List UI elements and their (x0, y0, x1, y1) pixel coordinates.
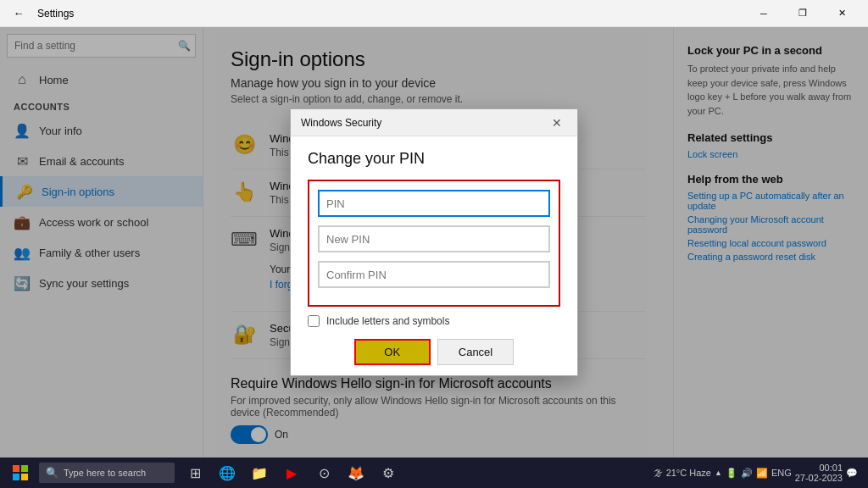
taskbar-app-chrome[interactable]: ⊙ (309, 458, 339, 488)
tray-battery[interactable]: 🔋 (726, 468, 737, 479)
close-button[interactable]: ✕ (822, 0, 861, 27)
svg-rect-0 (13, 465, 19, 472)
clock-time: 00:01 (795, 463, 843, 473)
ok-button[interactable]: OK (354, 339, 431, 365)
taskbar-app-firefox[interactable]: 🦊 (341, 458, 371, 488)
dialog-overlay: Windows Security ✕ Change your PIN Inclu… (0, 27, 868, 458)
taskbar-app-edge[interactable]: 🌐 (212, 458, 242, 488)
taskbar-app-explorer[interactable]: 📁 (244, 458, 275, 488)
start-button[interactable] (3, 458, 37, 488)
checkbox-row: Include letters and symbols (308, 315, 560, 327)
dialog-title: Windows Security (301, 117, 381, 129)
tray-notifications[interactable]: 💬 (846, 468, 858, 479)
pin-fields-container (308, 180, 560, 307)
svg-rect-1 (21, 465, 28, 472)
dialog-titlebar: Windows Security ✕ (291, 109, 577, 136)
checkbox-label[interactable]: Include letters and symbols (326, 315, 449, 327)
settings-icon: ⚙ (382, 465, 394, 481)
notification-icon: 💬 (846, 468, 858, 479)
confirm-pin-field-wrapper (318, 261, 550, 288)
include-letters-checkbox[interactable] (308, 315, 320, 327)
tray-network[interactable]: 📶 (756, 468, 768, 479)
taskbar-app-settings[interactable]: ⚙ (373, 458, 403, 488)
taskbar-weather[interactable]: 🌫 21°C Haze (654, 468, 711, 478)
pin-field-wrapper (318, 190, 550, 217)
tray-icons[interactable]: ▲ (715, 469, 722, 477)
taskbar-app-youtube[interactable]: ▶ (276, 458, 307, 488)
weather-text: 21°C Haze (666, 468, 711, 478)
tray-expand-icon: ▲ (715, 469, 722, 477)
windows-security-dialog: Windows Security ✕ Change your PIN Inclu… (290, 108, 578, 376)
youtube-icon: ▶ (287, 465, 297, 481)
restore-button[interactable]: ❐ (783, 0, 822, 27)
volume-icon: 🔊 (741, 468, 753, 479)
network-icon: 📶 (756, 468, 768, 479)
taskbar-search[interactable]: 🔍 Type here to search (39, 463, 175, 483)
clock-date: 27-02-2023 (795, 473, 843, 483)
taskview-icon: ⊞ (190, 465, 201, 481)
titlebar: ← Settings ─ ❐ ✕ (0, 0, 868, 27)
dialog-heading: Change your PIN (308, 150, 560, 168)
firefox-icon: 🦊 (348, 465, 364, 481)
titlebar-title: Settings (37, 8, 74, 19)
taskbar-app-taskview[interactable]: ⊞ (180, 458, 210, 488)
pin-input[interactable] (318, 190, 550, 217)
taskbar: 🔍 Type here to search ⊞ 🌐 📁 ▶ ⊙ 🦊 ⚙ 🌫 21… (0, 458, 868, 488)
tray-volume[interactable]: 🔊 (741, 468, 753, 479)
dialog-body: Change your PIN Include letters and symb… (291, 136, 577, 375)
new-pin-input[interactable] (318, 225, 550, 252)
edge-icon: 🌐 (219, 465, 236, 481)
svg-rect-3 (21, 474, 28, 480)
taskbar-tray: 🌫 21°C Haze ▲ 🔋 🔊 📶 ENG 00:01 27-02-2023… (647, 463, 865, 483)
taskbar-apps: ⊞ 🌐 📁 ▶ ⊙ 🦊 ⚙ (176, 458, 645, 488)
minimize-button[interactable]: ─ (744, 0, 783, 27)
confirm-pin-input[interactable] (318, 261, 550, 288)
window-controls: ─ ❐ ✕ (744, 0, 861, 27)
svg-rect-2 (13, 474, 19, 480)
language-label: ENG (771, 468, 792, 478)
weather-icon: 🌫 (654, 468, 663, 478)
chrome-icon: ⊙ (319, 465, 330, 481)
explorer-icon: 📁 (251, 465, 268, 481)
cancel-button[interactable]: Cancel (437, 339, 514, 365)
new-pin-field-wrapper (318, 225, 550, 252)
taskbar-search-text: Type here to search (64, 468, 146, 478)
taskbar-search-icon: 🔍 (46, 467, 58, 479)
dialog-close-button[interactable]: ✕ (547, 113, 567, 133)
back-button[interactable]: ← (7, 2, 31, 25)
tray-language[interactable]: ENG (771, 468, 792, 478)
battery-icon: 🔋 (726, 468, 737, 479)
dialog-footer: OK Cancel (308, 339, 560, 365)
taskbar-clock[interactable]: 00:01 27-02-2023 (795, 463, 843, 483)
